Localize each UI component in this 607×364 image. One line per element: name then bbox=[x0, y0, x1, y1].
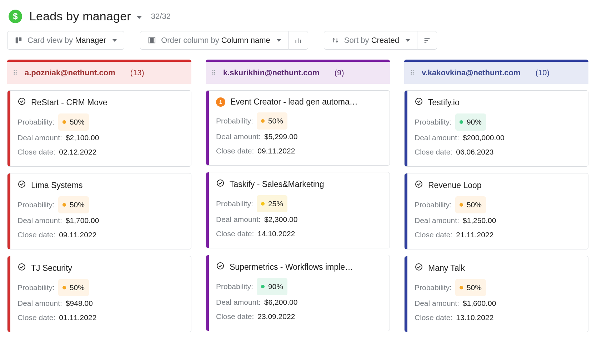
close-date-label: Close date: bbox=[17, 310, 55, 325]
deal-amount-label: Deal amount: bbox=[17, 296, 62, 310]
card-title-row: Supermetrics - Workflows imple… bbox=[216, 262, 382, 272]
card-title: Many Talk bbox=[428, 263, 465, 273]
drag-handle-icon[interactable]: ⠿ bbox=[211, 69, 217, 77]
sort-direction-button[interactable] bbox=[417, 31, 437, 50]
sort-selector[interactable]: Sort by Created bbox=[324, 31, 417, 50]
columns-icon bbox=[147, 36, 156, 44]
column-count: (10) bbox=[536, 68, 550, 77]
card-title: Testify.io bbox=[428, 98, 460, 107]
card-title: Revenue Loop bbox=[428, 181, 482, 190]
page-header: $ Leads by manager 32/32 bbox=[7, 7, 600, 31]
lead-card[interactable]: Taskify - Sales&MarketingProbability:25%… bbox=[206, 172, 390, 248]
check-circle-icon bbox=[216, 179, 225, 189]
svg-point-13 bbox=[19, 264, 25, 270]
status-dot-icon bbox=[261, 285, 265, 288]
close-date-value: 06.06.2023 bbox=[456, 145, 493, 159]
card-title: ReStart - CRM Move bbox=[31, 98, 107, 107]
probability-label: Probability: bbox=[415, 115, 452, 129]
column-cards: 1Event Creator - lead gen automa…Probabi… bbox=[206, 84, 390, 331]
status-dot-icon bbox=[62, 120, 66, 124]
column-manager: k.skurikhin@nethunt.com bbox=[223, 68, 320, 77]
order-column-selector[interactable]: Order column by Column name bbox=[140, 31, 289, 50]
app-logo-icon: $ bbox=[9, 10, 22, 23]
card-view-selector[interactable]: Card view by Manager bbox=[7, 31, 124, 50]
close-date-label: Close date: bbox=[216, 144, 254, 158]
view-title-dropdown-icon[interactable] bbox=[137, 16, 142, 19]
deal-amount-value: $5,299.00 bbox=[264, 130, 297, 144]
deal-amount-value: $2,300.00 bbox=[264, 212, 297, 227]
probability-chip: 90% bbox=[257, 278, 287, 295]
column-header[interactable]: ⠿a.pozniak@nethunt.com (13) bbox=[7, 60, 191, 84]
svg-rect-1 bbox=[19, 37, 21, 41]
probability-row: Probability:50% bbox=[415, 196, 580, 213]
probability-value: 50% bbox=[70, 198, 85, 212]
close-date-row: Close date: 09.11.2022 bbox=[17, 228, 183, 242]
sort-arrows-icon bbox=[331, 36, 339, 44]
card-title: Supermetrics - Workflows imple… bbox=[230, 262, 353, 272]
deal-amount-label: Deal amount: bbox=[216, 212, 261, 227]
close-date-value: 13.10.2022 bbox=[456, 310, 493, 325]
order-value: Column name bbox=[221, 36, 270, 45]
lead-card[interactable]: 1Event Creator - lead gen automa…Probabi… bbox=[206, 90, 390, 166]
lead-card[interactable]: ReStart - CRM MoveProbability:50%Deal am… bbox=[7, 90, 191, 167]
deal-amount-value: $2,100.00 bbox=[66, 131, 99, 145]
column-cards: ReStart - CRM MoveProbability:50%Deal am… bbox=[7, 84, 191, 332]
probability-chip: 90% bbox=[455, 113, 486, 131]
deal-amount-row: Deal amount: $1,700.00 bbox=[17, 213, 183, 228]
deal-amount-label: Deal amount: bbox=[17, 131, 62, 145]
column-header[interactable]: ⠿v.kakovkina@nethunt.com (10) bbox=[404, 60, 588, 84]
close-date-row: Close date: 06.06.2023 bbox=[415, 145, 580, 159]
svg-point-11 bbox=[19, 98, 25, 105]
drag-handle-icon[interactable]: ⠿ bbox=[13, 69, 18, 77]
card-title-row: TJ Security bbox=[17, 263, 183, 273]
notification-badge-icon: 1 bbox=[216, 97, 225, 107]
sort-group: Sort by Created bbox=[324, 31, 437, 50]
deal-amount-row: Deal amount: $2,100.00 bbox=[17, 131, 183, 145]
deal-amount-value: $200,000.00 bbox=[463, 131, 505, 145]
deal-amount-value: $948.00 bbox=[66, 296, 93, 310]
lead-card[interactable]: Lima SystemsProbability:50%Deal amount: … bbox=[7, 173, 191, 249]
svg-rect-2 bbox=[149, 38, 151, 43]
status-dot-icon bbox=[261, 119, 265, 123]
check-circle-icon bbox=[17, 180, 26, 191]
chart-toggle-button[interactable] bbox=[289, 31, 308, 50]
probability-chip: 50% bbox=[58, 113, 89, 131]
lead-card[interactable]: TJ SecurityProbability:50%Deal amount: $… bbox=[7, 256, 191, 332]
drag-handle-icon[interactable]: ⠿ bbox=[410, 69, 415, 77]
close-date-value: 09.11.2022 bbox=[257, 144, 295, 158]
sort-value: Created bbox=[371, 36, 399, 45]
deal-amount-label: Deal amount: bbox=[415, 296, 459, 310]
deal-amount-row: Deal amount: $1,600.00 bbox=[415, 296, 580, 310]
card-title: TJ Security bbox=[31, 263, 72, 273]
close-date-row: Close date: 14.10.2022 bbox=[216, 227, 382, 241]
lead-card[interactable]: Supermetrics - Workflows imple…Probabili… bbox=[206, 255, 390, 331]
lead-card[interactable]: Many TalkProbability:50%Deal amount: $1,… bbox=[404, 256, 588, 332]
column-header[interactable]: ⠿k.skurikhin@nethunt.com (9) bbox=[206, 60, 390, 84]
check-circle-icon bbox=[415, 180, 423, 191]
probability-chip: 50% bbox=[58, 196, 89, 213]
probability-chip: 50% bbox=[58, 279, 89, 296]
lead-card[interactable]: Revenue LoopProbability:50%Deal amount: … bbox=[404, 173, 588, 249]
close-date-label: Close date: bbox=[415, 228, 452, 242]
probability-row: Probability:90% bbox=[216, 278, 382, 295]
status-dot-icon bbox=[62, 286, 66, 289]
svg-point-15 bbox=[217, 263, 224, 269]
deal-amount-value: $6,200.00 bbox=[264, 295, 297, 309]
probability-row: Probability:90% bbox=[415, 113, 580, 131]
deal-amount-value: $1,700.00 bbox=[66, 213, 99, 228]
column-manager: v.kakovkina@nethunt.com bbox=[422, 68, 521, 77]
card-title: Lima Systems bbox=[31, 181, 82, 190]
close-date-label: Close date: bbox=[216, 309, 254, 324]
close-date-label: Close date: bbox=[17, 145, 55, 159]
deal-amount-row: Deal amount: $6,200.00 bbox=[216, 295, 382, 309]
deal-amount-row: Deal amount: $200,000.00 bbox=[415, 131, 580, 145]
order-prefix: Order column by bbox=[161, 36, 221, 45]
status-dot-icon bbox=[261, 202, 265, 206]
probability-label: Probability: bbox=[216, 114, 253, 128]
svg-point-17 bbox=[416, 181, 422, 187]
probability-label: Probability: bbox=[216, 197, 253, 211]
card-view-value: Manager bbox=[75, 36, 106, 45]
close-date-row: Close date: 21.11.2022 bbox=[415, 228, 580, 242]
close-date-value: 23.09.2022 bbox=[257, 309, 295, 324]
lead-card[interactable]: Testify.ioProbability:90%Deal amount: $2… bbox=[404, 90, 588, 167]
